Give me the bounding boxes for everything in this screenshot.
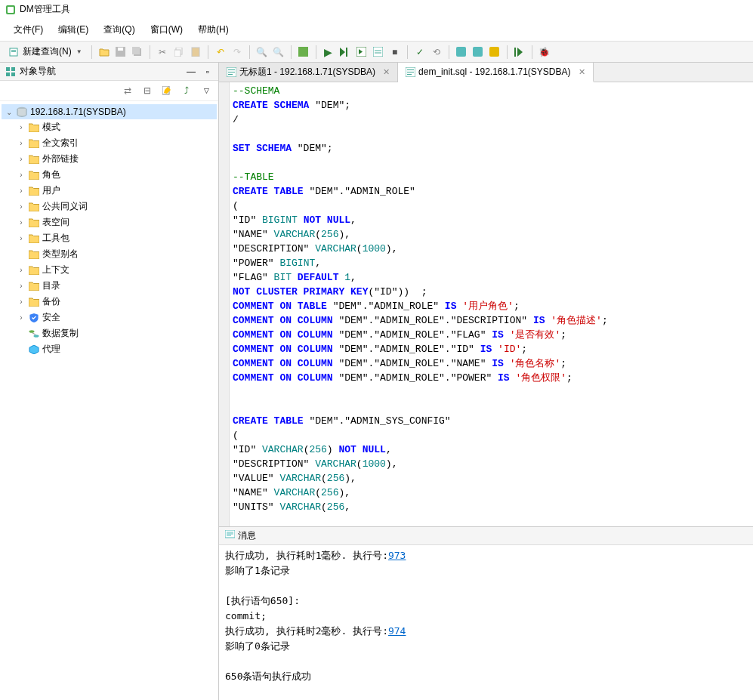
editor-tab[interactable]: dem_init.sql - 192.168.1.71(SYSDBA)✕ [398, 63, 593, 82]
tree-node[interactable]: ›公共同义词 [2, 199, 217, 214]
tree-node[interactable]: 代理 [2, 341, 217, 357]
tree-node[interactable]: ›工具包 [2, 230, 217, 246]
zoom-in-icon[interactable]: 🔍 [255, 45, 270, 60]
tool1-icon[interactable] [454, 45, 469, 60]
cut-icon[interactable]: ✂ [155, 45, 170, 60]
folder-icon [28, 201, 40, 213]
message-icon [225, 530, 235, 541]
run-to-icon[interactable] [512, 45, 527, 60]
svg-point-26 [29, 330, 35, 333]
menu-file[interactable]: 文件(F) [6, 20, 51, 39]
exec-link-2[interactable]: 974 [388, 625, 406, 637]
menubar: 文件(F) 编辑(E) 查询(Q) 窗口(W) 帮助(H) [0, 19, 753, 42]
svg-rect-6 [118, 48, 123, 51]
tree-node[interactable]: ›表空间 [2, 214, 217, 230]
svg-rect-17 [473, 47, 483, 57]
folder-icon [28, 264, 40, 276]
copy-icon[interactable] [171, 45, 187, 60]
maximize-icon[interactable]: ▫ [202, 66, 214, 78]
exec-link-1[interactable]: 973 [388, 550, 406, 561]
save-all-icon[interactable] [130, 45, 145, 60]
new-query-button[interactable]: 新建查询(N) ▼ [5, 44, 87, 60]
svg-rect-21 [11, 67, 15, 71]
tree-node[interactable]: ›全文索引 [2, 135, 217, 151]
tree-node[interactable]: ›安全 [2, 310, 217, 325]
tree-node[interactable]: ›目录 [2, 278, 217, 294]
expand-icon[interactable]: ⤴ [179, 83, 194, 98]
sidebar: 对象导航 — ▫ ⇄ ⊟ ⤴ ▽ ⌄ 192.168.1.71(SYSDBA) … [0, 63, 219, 700]
tree-node[interactable]: ›角色 [2, 167, 217, 183]
main-toolbar: 新建查询(N) ▼ ✂ ↶ ↷ 🔍 🔍 ▶ ■ ✓ ⟲ 🐞 [0, 42, 753, 63]
undo-icon[interactable]: ↶ [213, 45, 228, 60]
sql-editor[interactable]: --SCHEMA CREATE SCHEMA "DEM"; / SET SCHE… [219, 82, 753, 526]
tree-node-label: 表空间 [42, 216, 69, 229]
svg-rect-35 [407, 74, 412, 75]
tree-node-label: 安全 [42, 311, 60, 324]
paste-icon[interactable] [188, 45, 203, 60]
editor-gutter [219, 82, 230, 526]
tree-node-label: 工具包 [42, 232, 69, 245]
tree-node[interactable]: 数据复制 [2, 325, 217, 341]
tool3-icon[interactable] [487, 45, 502, 60]
run-icon[interactable]: ▶ [321, 45, 336, 60]
rollback-icon[interactable]: ⟲ [429, 45, 444, 60]
editor-tab[interactable]: 无标题1 - 192.168.1.71(SYSDBA)✕ [219, 63, 398, 82]
tree-node[interactable]: 类型别名 [2, 246, 217, 262]
menu-query[interactable]: 查询(Q) [96, 20, 142, 39]
close-icon[interactable]: ✕ [579, 67, 585, 77]
tree-node-label: 备份 [42, 295, 60, 308]
svg-rect-20 [6, 67, 10, 71]
svg-rect-30 [228, 72, 235, 72]
tool2-icon[interactable] [471, 45, 486, 60]
message-body[interactable]: 执行成功, 执行耗时1毫秒. 执行号:973 影响了1条记录 [执行语句650]… [219, 545, 753, 700]
svg-rect-11 [192, 48, 199, 57]
new-query-label: 新建查询(N) [23, 45, 72, 58]
svg-rect-23 [11, 72, 15, 76]
folder-icon [28, 122, 40, 134]
explain-icon[interactable] [371, 45, 386, 60]
tree-node[interactable]: ›模式 [2, 119, 217, 135]
folder-icon [28, 185, 40, 197]
tree-node-label: 用户 [42, 184, 60, 197]
tab-label: dem_init.sql - 192.168.1.71(SYSDBA) [418, 66, 570, 77]
link-icon[interactable]: ⇄ [120, 83, 135, 98]
tree-node[interactable]: ›用户 [2, 183, 217, 199]
titlebar: DM管理工具 [0, 0, 753, 19]
tree-node-label: 模式 [42, 121, 60, 134]
app-icon [5, 4, 17, 16]
svg-rect-31 [228, 74, 233, 75]
tab-label: 无标题1 - 192.168.1.71(SYSDBA) [239, 66, 375, 79]
close-icon[interactable]: ✕ [383, 67, 390, 77]
save-icon[interactable] [113, 45, 128, 60]
menu-edit[interactable]: 编辑(E) [51, 20, 96, 39]
tree-node[interactable]: ›外部链接 [2, 151, 217, 167]
sql-file-icon [406, 67, 415, 77]
commit-icon[interactable]: ✓ [412, 45, 427, 60]
collapse-icon[interactable]: ⊟ [140, 83, 155, 98]
object-tree[interactable]: ⌄ 192.168.1.71(SYSDBA) ›模式›全文索引›外部链接›角色›… [0, 101, 218, 700]
tree-node[interactable]: ›备份 [2, 294, 217, 310]
zoom-out-icon[interactable]: 🔍 [271, 45, 286, 60]
svg-rect-22 [6, 72, 10, 76]
shield-icon [28, 312, 40, 324]
tree-node-label: 数据复制 [42, 327, 79, 340]
message-title: 消息 [238, 529, 256, 542]
edit-icon[interactable] [159, 83, 174, 98]
run-step-icon[interactable] [338, 45, 353, 60]
redo-icon[interactable]: ↷ [230, 45, 245, 60]
tree-connection[interactable]: ⌄ 192.168.1.71(SYSDBA) [2, 104, 217, 119]
sidebar-title: 对象导航 [20, 65, 185, 78]
tree-node[interactable]: ›上下文 [2, 262, 217, 278]
menu-icon[interactable]: ▽ [199, 83, 214, 98]
debug-icon[interactable]: 🐞 [537, 45, 552, 60]
open-icon[interactable] [97, 45, 112, 60]
run-script-icon[interactable] [354, 45, 369, 60]
nav-icon [5, 66, 17, 78]
tree-node-label: 公共同义词 [42, 200, 88, 213]
menu-help[interactable]: 帮助(H) [190, 20, 236, 39]
stop-icon[interactable]: ■ [387, 45, 403, 60]
menu-window[interactable]: 窗口(W) [143, 20, 190, 39]
object-icon[interactable] [296, 45, 311, 60]
tree-node-label: 全文索引 [42, 137, 79, 150]
minimize-icon[interactable]: — [185, 66, 197, 78]
